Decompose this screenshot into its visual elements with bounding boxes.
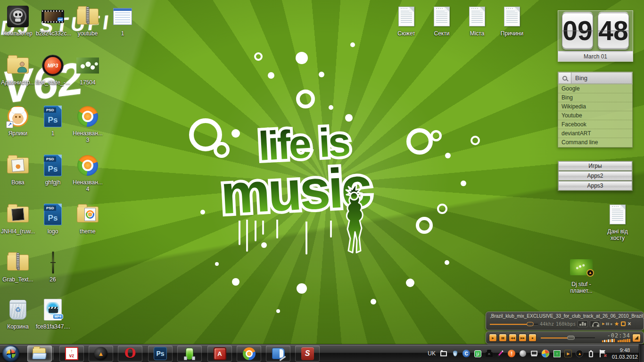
volume-bars[interactable] bbox=[602, 339, 630, 342]
monitor-icon[interactable] bbox=[530, 350, 538, 358]
desktop-icon-nenazvan3[interactable]: Неназван... 3 bbox=[71, 104, 105, 143]
desktop-icon-fce81[interactable]: MP4fce81fa347.... bbox=[36, 297, 70, 330]
maximize-icon[interactable] bbox=[621, 321, 626, 326]
taskbar-button-qip[interactable] bbox=[177, 346, 202, 362]
pause-button[interactable]: ▮▮ bbox=[499, 334, 507, 342]
wallpaper-dot bbox=[276, 309, 280, 313]
next-button[interactable]: ▶▶ bbox=[519, 334, 527, 342]
desktop-icon-computer[interactable]: Компьютер bbox=[1, 4, 35, 37]
mini-stop-icon[interactable]: ■ bbox=[610, 322, 612, 326]
desktop-icon-one-psd[interactable]: PSDPs1 bbox=[36, 104, 70, 137]
playlist-window[interactable]: ▶ ▮▮ ◀◀ ▶▶ ■ -02:34 bbox=[486, 331, 644, 344]
desktop-icon-mista[interactable]: Міста bbox=[460, 4, 494, 37]
desktop-icon-logo[interactable]: PSDPslogo bbox=[36, 202, 70, 235]
desktop-icon-prychyny[interactable]: Причини bbox=[495, 4, 529, 37]
search-engine-item[interactable]: deviantART bbox=[558, 129, 632, 138]
search-engine-item[interactable]: Command line bbox=[558, 138, 632, 147]
search-engine-item[interactable]: Wikipedia bbox=[558, 102, 632, 111]
desktop-icon-vova[interactable]: Вова bbox=[1, 153, 35, 186]
search-engine-item[interactable]: Youtube bbox=[558, 111, 632, 120]
taskbar-button-explorer[interactable] bbox=[27, 346, 52, 362]
search-button[interactable] bbox=[559, 73, 571, 83]
player-window[interactable]: ,Brazil_klub_mix_EXCLUSIVE_33_for_club_t… bbox=[486, 312, 644, 330]
clock-hours: 09 bbox=[562, 13, 593, 49]
pencil-icon[interactable] bbox=[496, 350, 504, 358]
play-button[interactable]: ▶ bbox=[489, 334, 497, 342]
desktop-icon-one-window[interactable]: 1 bbox=[106, 4, 140, 37]
wallpaper-dot bbox=[461, 181, 466, 186]
apps3-button[interactable]: Apps3 bbox=[558, 181, 632, 190]
taskbar-button-book[interactable] bbox=[266, 346, 290, 362]
desktop-icon-sekty[interactable]: Секти bbox=[425, 4, 459, 37]
photo-thumbnail-icon bbox=[76, 58, 99, 74]
desktop-icon-jnhi4[interactable]: JNHI4_(ruw... bbox=[1, 202, 35, 235]
desktop-icon-label: 1 bbox=[51, 130, 55, 137]
desktop-icon-label: JNHI4_(ruw... bbox=[1, 228, 35, 235]
apps2-button[interactable]: Apps2 bbox=[558, 171, 632, 181]
alert-icon[interactable]: ! bbox=[508, 350, 516, 358]
taskbar-button-aimp[interactable]: ▲ bbox=[89, 346, 113, 362]
taskbar-button-lingvo[interactable]: A bbox=[207, 346, 232, 362]
clock-gadget[interactable]: 09 48 March 01 bbox=[558, 10, 633, 62]
desktop-icon-nenazvan4[interactable]: Неназван... 4 bbox=[71, 153, 105, 192]
eject-button[interactable] bbox=[632, 334, 641, 342]
desktop-icon-ghfgjh[interactable]: PSDPsghfgjh bbox=[36, 153, 70, 186]
stop-button[interactable]: ■ bbox=[528, 334, 537, 342]
taskbar-button-opera[interactable]: O bbox=[118, 346, 142, 362]
seek-slider[interactable] bbox=[541, 335, 595, 340]
desktop-icon-admin[interactable]: Администр... bbox=[1, 53, 35, 86]
mini-pause-icon[interactable]: ▮▮ bbox=[606, 322, 610, 326]
network-icon[interactable] bbox=[440, 350, 448, 358]
raindrop-icon[interactable] bbox=[451, 350, 459, 358]
search-engine-item[interactable]: Facebook bbox=[558, 120, 632, 129]
close-icon[interactable]: × bbox=[627, 321, 631, 327]
start-button[interactable] bbox=[2, 345, 19, 362]
taskbar-button-chrome[interactable] bbox=[237, 346, 261, 362]
text-document-icon bbox=[504, 7, 520, 26]
desktop-icon-17504[interactable]: 17504 bbox=[71, 53, 105, 86]
desktop-icon-b2824[interactable]: avib2824c332c... bbox=[36, 4, 70, 37]
taskbar-button-photoshop[interactable]: Ps bbox=[148, 346, 173, 362]
action-center-flag-icon[interactable]: × bbox=[598, 350, 606, 358]
headphones-icon[interactable] bbox=[590, 321, 600, 327]
desktop-icon-syuzhet[interactable]: Сюжет bbox=[389, 4, 423, 37]
visualization-icon[interactable] bbox=[578, 321, 588, 327]
mp4-file-icon: MP4 bbox=[44, 299, 62, 321]
search-bar[interactable]: Bing bbox=[558, 72, 633, 84]
desktop-icon-first-state[interactable]: MP3first_state_-... bbox=[36, 53, 70, 86]
search-engine-item[interactable]: Bing bbox=[558, 93, 632, 102]
mini-play-icon[interactable]: ▶ bbox=[602, 322, 604, 326]
green-upload-icon[interactable]: ↑ bbox=[553, 350, 561, 358]
desktop-icon-recycle-bin[interactable]: ♻Корзина bbox=[1, 297, 35, 330]
desktop-icon-dj-stuf-planet[interactable]: ▲Dj stuf - планет... bbox=[564, 255, 598, 294]
mini-player-icon[interactable]: ▶ bbox=[564, 350, 572, 358]
star-icon[interactable]: ★ bbox=[614, 321, 619, 327]
windows-update-icon[interactable] bbox=[542, 350, 550, 358]
taskbar-clock[interactable]: 9:48 01.03.2012 bbox=[612, 347, 638, 360]
taskbar-button-sapp[interactable]: S bbox=[295, 346, 320, 362]
search-engine-item[interactable]: Google bbox=[558, 84, 632, 93]
taskbar-button-vz[interactable]: ↑vz bbox=[59, 346, 84, 362]
sphere-icon[interactable] bbox=[519, 350, 527, 358]
search-input[interactable]: Bing bbox=[571, 73, 632, 83]
orb-shine bbox=[6, 346, 16, 353]
games-button[interactable]: Игры bbox=[558, 161, 632, 171]
aimp-tray-icon[interactable]: ▲ bbox=[576, 350, 584, 358]
zip-folder-icon bbox=[77, 8, 99, 25]
desktop-icon-yarlyky[interactable]: ↗Ярлики bbox=[1, 104, 35, 137]
utorrent-icon[interactable]: µ bbox=[474, 350, 482, 358]
clock-minutes: 48 bbox=[598, 13, 629, 49]
desktop-icon-dani-vid-khostu[interactable]: Дані від хосту bbox=[601, 202, 635, 241]
show-desktop-button[interactable] bbox=[639, 345, 644, 362]
desktop-icon-26[interactable]: 26 bbox=[36, 250, 70, 283]
player-progress-slider[interactable] bbox=[490, 322, 538, 326]
language-indicator[interactable]: UK bbox=[428, 350, 436, 357]
desktop-icon-grab-text[interactable]: Grab_Text... bbox=[1, 250, 35, 283]
battery-icon[interactable] bbox=[587, 350, 595, 358]
desktop-icon-theme[interactable]: theme bbox=[71, 202, 105, 235]
desktop-icon-label: Секти bbox=[434, 30, 450, 37]
prev-button[interactable]: ◀◀ bbox=[509, 334, 517, 342]
desktop-icon-youtube[interactable]: youtube bbox=[71, 4, 105, 37]
mail-hat-icon[interactable] bbox=[485, 350, 493, 358]
blue-c-icon[interactable]: C bbox=[462, 350, 471, 358]
